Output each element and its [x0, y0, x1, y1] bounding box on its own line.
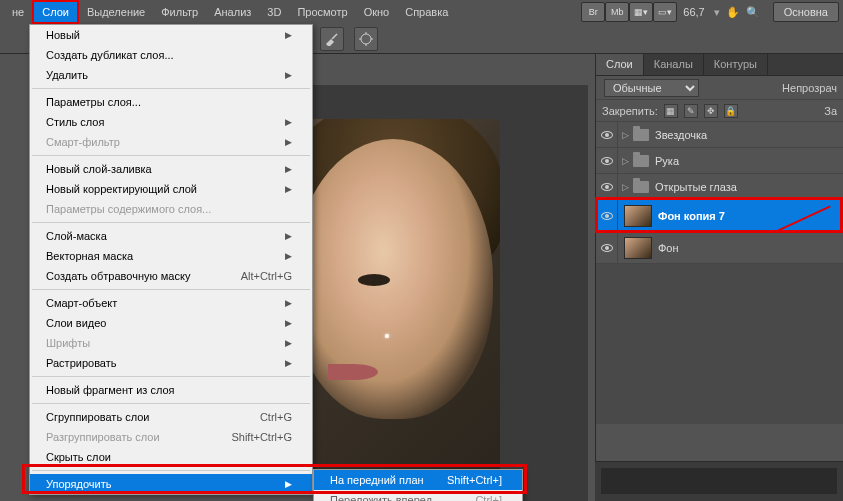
menu-window[interactable]: Окно [356, 2, 398, 22]
lock-position-icon[interactable]: ✥ [704, 104, 718, 118]
menu-content-opts: Параметры содержимого слоя... [30, 199, 312, 219]
menu-new-fill[interactable]: Новый слой-заливка▶ [30, 159, 312, 179]
visibility-toggle[interactable] [596, 148, 618, 173]
arrange-submenu: На передний планShift+Ctrl+] Переложить … [313, 469, 523, 501]
layer-row-group[interactable]: ▷ Звездочка [596, 122, 843, 148]
menu-ungroup: Разгруппировать слоиShift+Ctrl+G [30, 427, 312, 447]
submenu-bring-forward[interactable]: Переложить впередCtrl+] [314, 490, 522, 501]
menu-hide-layers[interactable]: Скрыть слои [30, 447, 312, 467]
folder-icon [633, 129, 649, 141]
menu-select[interactable]: Выделение [79, 2, 153, 22]
tab-paths[interactable]: Контуры [704, 54, 768, 75]
menu-vector-mask[interactable]: Векторная маска▶ [30, 246, 312, 266]
screen-mode-button[interactable]: ▦▾ [629, 2, 653, 22]
brush-settings-icon[interactable] [354, 27, 378, 51]
view-extras-button[interactable]: ▭▾ [653, 2, 677, 22]
layer-row[interactable]: Фон [596, 232, 843, 264]
visibility-toggle[interactable] [596, 200, 618, 231]
eye-icon [601, 157, 613, 165]
layer-thumbnail[interactable] [624, 237, 652, 259]
zoom-tool-icon[interactable]: 🔍 [743, 6, 763, 19]
menu-smart-object[interactable]: Смарт-объект▶ [30, 293, 312, 313]
fill-label: За [824, 105, 837, 117]
layer-name[interactable]: Фон [658, 242, 843, 254]
menu-new[interactable]: Новый▶ [30, 25, 312, 45]
lock-row: Закрепить: ▦ ✎ ✥ 🔒 За [596, 100, 843, 122]
menu-new-adjust[interactable]: Новый корректирующий слой▶ [30, 179, 312, 199]
menu-group[interactable]: Сгруппировать слоиCtrl+G [30, 407, 312, 427]
folder-icon [633, 155, 649, 167]
disclosure-triangle-icon[interactable]: ▷ [622, 156, 629, 166]
menu-layers[interactable]: Слои [32, 0, 79, 24]
menu-arrange[interactable]: Упорядочить▶ [30, 474, 312, 494]
minibridge-button[interactable]: Mb [605, 2, 629, 22]
menu-edit-partial[interactable]: не [4, 2, 32, 22]
menu-smart-filter: Смарт-фильтр▶ [30, 132, 312, 152]
lock-all-icon[interactable]: 🔒 [724, 104, 738, 118]
menu-rasterize[interactable]: Растрировать▶ [30, 353, 312, 373]
layer-thumbnail[interactable] [624, 205, 652, 227]
workspace-button[interactable]: Основна [773, 2, 839, 22]
submenu-bring-to-front[interactable]: На передний планShift+Ctrl+] [314, 470, 522, 490]
menu-layer-mask[interactable]: Слой-маска▶ [30, 226, 312, 246]
menubar: не Слои Выделение Фильтр Анализ 3D Просм… [0, 0, 843, 24]
layer-list: ▷ Звездочка ▷ Рука ▷ Открытые глаза Фон … [596, 122, 843, 424]
menu-video-layers[interactable]: Слои видео▶ [30, 313, 312, 333]
menu-duplicate[interactable]: Создать дубликат слоя... [30, 45, 312, 65]
zoom-level[interactable]: 66,7 [677, 4, 710, 20]
eye-icon [601, 212, 613, 220]
eye-icon [601, 131, 613, 139]
layer-name[interactable]: Рука [655, 155, 843, 167]
menu-delete[interactable]: Удалить▶ [30, 65, 312, 85]
eye-icon [601, 183, 613, 191]
menu-clipping-mask[interactable]: Создать обтравочную маскуAlt+Ctrl+G [30, 266, 312, 286]
menu-3d[interactable]: 3D [259, 2, 289, 22]
menu-new-slice[interactable]: Новый фрагмент из слоя [30, 380, 312, 400]
layer-list-empty [596, 264, 843, 424]
layers-dropdown-menu: Новый▶ Создать дубликат слоя... Удалить▶… [29, 24, 313, 495]
disclosure-triangle-icon[interactable]: ▷ [622, 130, 629, 140]
disclosure-triangle-icon[interactable]: ▷ [622, 182, 629, 192]
tab-channels[interactable]: Каналы [644, 54, 704, 75]
lock-pixels-icon[interactable]: ✎ [684, 104, 698, 118]
opacity-label: Непрозрач [782, 82, 837, 94]
hand-tool-icon[interactable]: ✋ [723, 6, 743, 19]
document-image[interactable] [313, 119, 500, 501]
blend-mode-select[interactable]: Обычные [604, 79, 699, 97]
panel-tabs: Слои Каналы Контуры [596, 54, 843, 76]
eye-icon [601, 244, 613, 252]
svg-point-0 [361, 34, 371, 44]
bridge-button[interactable]: Br [581, 2, 605, 22]
layer-row-group[interactable]: ▷ Открытые глаза [596, 174, 843, 200]
menu-fonts: Шрифты▶ [30, 333, 312, 353]
zoom-dropdown-icon[interactable]: ▾ [711, 6, 723, 19]
menu-analysis[interactable]: Анализ [206, 2, 259, 22]
layers-panel: Слои Каналы Контуры Обычные Непрозрач За… [595, 54, 843, 501]
folder-icon [633, 181, 649, 193]
blend-mode-row: Обычные Непрозрач [596, 76, 843, 100]
layer-name[interactable]: Открытые глаза [655, 181, 843, 193]
menu-filter[interactable]: Фильтр [153, 2, 206, 22]
visibility-toggle[interactable] [596, 122, 618, 147]
bottom-panel [595, 461, 843, 501]
menu-layer-props[interactable]: Параметры слоя... [30, 92, 312, 112]
tool-preset-icon[interactable] [320, 27, 344, 51]
visibility-toggle[interactable] [596, 232, 618, 263]
menu-layer-style[interactable]: Стиль слоя▶ [30, 112, 312, 132]
menu-help[interactable]: Справка [397, 2, 456, 22]
lock-transparency-icon[interactable]: ▦ [664, 104, 678, 118]
menu-view[interactable]: Просмотр [289, 2, 355, 22]
lock-label: Закрепить: [602, 105, 658, 117]
visibility-toggle[interactable] [596, 174, 618, 199]
tab-layers[interactable]: Слои [596, 54, 644, 75]
layer-row-group[interactable]: ▷ Рука [596, 148, 843, 174]
layer-name[interactable]: Звездочка [655, 129, 843, 141]
